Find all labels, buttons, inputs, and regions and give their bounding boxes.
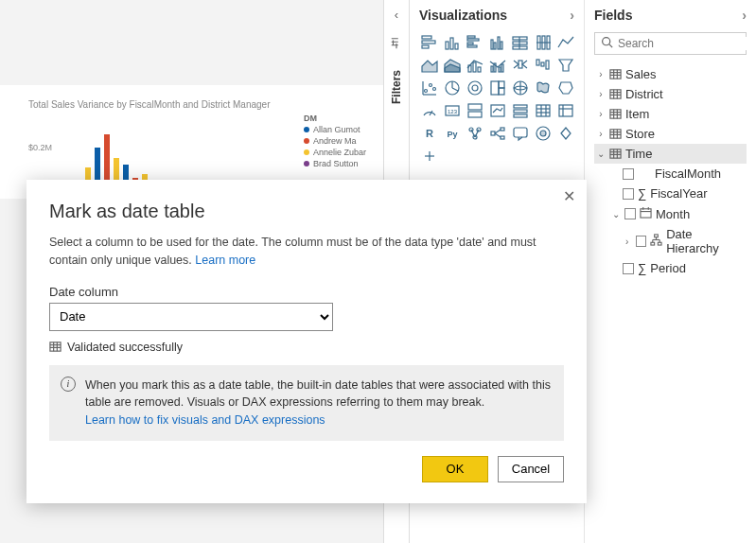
stacked-bar-chart-icon[interactable] <box>419 32 440 53</box>
validation-status: Validated successfully <box>49 341 564 354</box>
table-sales[interactable]: ›Sales <box>594 64 747 84</box>
waterfall-chart-icon[interactable] <box>533 55 554 76</box>
fields-title: Fields <box>594 8 632 23</box>
filled-map-icon[interactable] <box>533 78 554 98</box>
pie-chart-icon[interactable] <box>442 78 463 98</box>
donut-chart-icon[interactable] <box>465 78 485 98</box>
svg-text:Py: Py <box>447 130 457 139</box>
decomposition-tree-icon[interactable] <box>487 123 508 144</box>
slicer-icon[interactable] <box>510 100 531 121</box>
filters-label: Filters <box>390 70 403 104</box>
checkbox[interactable] <box>623 168 634 180</box>
svg-rect-51 <box>514 105 527 108</box>
field-date-hierarchy[interactable]: ›Date Hierarchy <box>594 224 747 258</box>
collapse-fields-button[interactable]: › <box>742 8 747 23</box>
svg-rect-49 <box>468 112 482 117</box>
svg-rect-41 <box>491 81 499 95</box>
close-button[interactable]: ✕ <box>563 187 575 205</box>
stacked-area-chart-icon[interactable] <box>442 55 463 76</box>
hundred-stacked-bar-icon[interactable] <box>510 32 531 53</box>
field-fiscalmonth[interactable]: FiscalMonth <box>594 164 747 184</box>
date-column-select[interactable]: Date <box>49 303 333 331</box>
table-icon <box>49 341 62 353</box>
info-icon: i <box>61 377 76 392</box>
checkbox[interactable] <box>623 263 634 274</box>
learn-more-link[interactable]: Learn more <box>195 254 255 267</box>
svg-rect-50 <box>491 105 504 116</box>
map-icon[interactable] <box>510 78 531 98</box>
svg-rect-10 <box>491 40 493 49</box>
shape-map-icon[interactable] <box>555 78 576 98</box>
fix-visuals-link[interactable]: Learn how to fix visuals and DAX express… <box>85 413 325 427</box>
svg-text:123: 123 <box>448 109 458 114</box>
table-time[interactable]: ⌄Time <box>594 144 747 164</box>
info-box: i When you mark this as a date table, th… <box>49 365 564 441</box>
svg-point-33 <box>425 90 428 93</box>
svg-point-39 <box>468 81 482 95</box>
funnel-chart-icon[interactable] <box>555 55 576 76</box>
visualizations-title: Visualizations <box>419 8 507 23</box>
scatter-chart-icon[interactable] <box>419 78 440 98</box>
matrix-icon[interactable] <box>555 100 576 121</box>
ok-button[interactable]: OK <box>422 456 488 482</box>
ribbon-chart-icon[interactable] <box>510 55 531 76</box>
svg-point-79 <box>603 38 610 45</box>
svg-rect-54 <box>536 105 550 116</box>
svg-rect-13 <box>501 42 502 49</box>
line-stacked-column-icon[interactable] <box>465 55 485 76</box>
qa-visual-icon[interactable] <box>510 123 531 144</box>
area-chart-icon[interactable] <box>419 55 440 76</box>
expand-filters-button[interactable]: ‹ <box>384 0 409 29</box>
collapse-visualizations-button[interactable]: › <box>570 8 574 23</box>
line-clustered-column-icon[interactable] <box>487 55 508 76</box>
cancel-button[interactable]: Cancel <box>498 456 564 482</box>
kpi-icon[interactable] <box>487 100 508 121</box>
table-icon[interactable] <box>533 100 554 121</box>
svg-line-80 <box>609 44 612 47</box>
checkbox[interactable] <box>636 236 647 247</box>
key-influencers-icon[interactable] <box>465 123 485 144</box>
hundred-stacked-column-icon[interactable] <box>533 32 554 53</box>
svg-rect-110 <box>655 235 659 237</box>
fields-search[interactable] <box>594 32 747 55</box>
svg-rect-28 <box>501 64 503 72</box>
field-fiscalyear[interactable]: ∑FiscalYear <box>594 184 747 203</box>
svg-rect-31 <box>541 62 544 66</box>
svg-rect-32 <box>546 61 549 69</box>
treemap-icon[interactable] <box>487 78 508 98</box>
checkbox[interactable] <box>624 208 636 219</box>
r-visual-icon[interactable]: R <box>419 123 440 144</box>
svg-point-34 <box>430 84 432 87</box>
svg-rect-5 <box>455 44 458 49</box>
line-chart-icon[interactable] <box>555 32 576 53</box>
svg-rect-43 <box>499 88 504 95</box>
svg-rect-23 <box>473 62 476 72</box>
card-icon[interactable]: 123 <box>442 100 463 121</box>
field-month[interactable]: ⌄Month <box>594 203 747 224</box>
field-period[interactable]: ∑Period <box>594 258 747 278</box>
svg-point-40 <box>472 85 478 91</box>
svg-rect-48 <box>468 104 482 110</box>
arcgis-map-icon[interactable] <box>533 123 554 144</box>
checkbox[interactable] <box>623 188 634 200</box>
multi-row-card-icon[interactable] <box>465 100 485 121</box>
svg-rect-42 <box>499 81 504 88</box>
table-icon <box>609 68 622 80</box>
gauge-icon[interactable] <box>419 100 440 121</box>
stacked-column-chart-icon[interactable] <box>442 32 463 53</box>
custom-visual-icon[interactable] <box>419 146 440 166</box>
python-visual-icon[interactable]: Py <box>442 123 463 144</box>
power-apps-icon[interactable] <box>555 123 576 144</box>
table-store[interactable]: ›Store <box>594 124 747 144</box>
chart-legend: DM Allan Gumot Andrew Ma Annelie Zubar B… <box>304 114 366 170</box>
svg-rect-27 <box>499 67 501 72</box>
clustered-bar-chart-icon[interactable] <box>465 32 485 53</box>
svg-rect-69 <box>491 131 495 135</box>
search-input[interactable] <box>618 37 756 50</box>
table-district[interactable]: ›District <box>594 84 747 104</box>
clustered-column-chart-icon[interactable] <box>487 32 508 53</box>
svg-rect-6 <box>467 36 475 38</box>
table-item[interactable]: ›Item <box>594 104 747 124</box>
svg-rect-52 <box>514 110 527 113</box>
svg-rect-24 <box>478 67 481 72</box>
